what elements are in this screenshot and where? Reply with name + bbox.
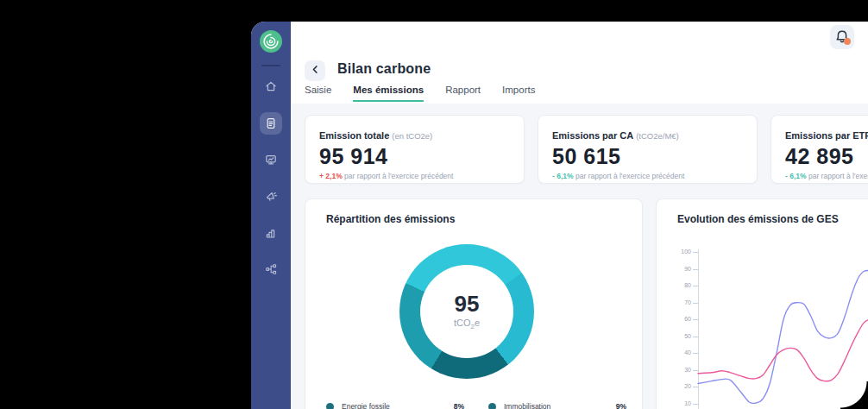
y-tick-label: 40 — [657, 349, 691, 357]
monitor-icon — [264, 153, 278, 167]
page-header: Bilan carbone SaisieMes émissionsRapport… — [291, 53, 868, 104]
tab-saisie[interactable]: Saisie — [305, 85, 331, 102]
donut-chart: 95 tCO2e — [399, 244, 534, 379]
card-title: Emissions par CA — [552, 130, 633, 141]
card-value: 50 615 — [552, 144, 743, 169]
legend-value: 9% — [616, 402, 626, 409]
donut-center-unit: tCO2e — [454, 318, 480, 330]
line-chart-title: Evolution des émissions de GES — [677, 213, 839, 225]
tab-bar: SaisieMes émissionsRapportImports — [305, 85, 535, 102]
card-delta: + 2,1% — [319, 172, 343, 180]
legend-label: Immobilisation — [504, 402, 616, 409]
back-button[interactable] — [305, 60, 325, 81]
card-delta: - 6,1% — [785, 172, 807, 180]
notification-dot — [844, 38, 851, 45]
sidebar — [251, 22, 291, 409]
card-note-text: par rapport à l'exercice précédent — [344, 172, 453, 180]
y-tick-label: 20 — [657, 382, 691, 391]
donut-center: 95 tCO2e — [420, 265, 513, 358]
legend-value: 8% — [454, 402, 464, 409]
line-chart-card: Evolution des émissions de GES 100908070… — [656, 198, 868, 409]
home-icon — [264, 79, 278, 93]
y-tick-label: 60 — [657, 315, 691, 324]
card-value: 42 895 — [785, 144, 868, 169]
chevron-left-icon — [309, 63, 322, 79]
sidebar-item-documents[interactable] — [260, 112, 282, 135]
card-delta: - 6,1% — [552, 172, 574, 180]
bell-icon — [830, 25, 854, 49]
donut-center-value: 95 — [455, 293, 480, 315]
card-note-text: par rapport à l'exercice précédent — [808, 172, 868, 180]
donut-chart-card: Répartition des émissions 95 tCO2e Energ… — [305, 198, 643, 409]
y-axis-line — [698, 249, 699, 409]
sidebar-item-analytics[interactable] — [260, 222, 282, 244]
logo-swirl-icon — [259, 29, 283, 53]
hierarchy-icon — [264, 262, 278, 276]
card-title: Emission totale — [319, 130, 389, 141]
sidebar-item-announcements[interactable] — [260, 185, 282, 207]
page-title: Bilan carbone — [337, 61, 431, 77]
donut-legend: Energie fossile8%Immobilisation9%Électri… — [326, 396, 626, 409]
card-note-text: par rapport à l'exercice précédent — [576, 172, 684, 180]
legend-item: Immobilisation9% — [488, 396, 626, 409]
card-value: 95 914 — [319, 144, 510, 169]
sidebar-divider — [261, 65, 280, 66]
y-tick-label: 90 — [657, 265, 691, 274]
sidebar-item-dashboard[interactable] — [260, 148, 282, 171]
notifications-button[interactable] — [830, 25, 854, 49]
y-tick-label: 80 — [657, 281, 691, 290]
card-unit: (tCO2e/M€) — [636, 131, 679, 141]
y-tick-label: 70 — [657, 299, 691, 307]
sidebar-item-home[interactable] — [260, 75, 282, 98]
y-tick-label: 10 — [657, 400, 691, 408]
tab-mes-émissions[interactable]: Mes émissions — [353, 85, 424, 102]
tab-rapport[interactable]: Rapport — [445, 85, 481, 102]
frame-rounded-corner — [840, 381, 868, 409]
donut-chart-title: Répartition des émissions — [326, 213, 455, 225]
legend-item: Energie fossile8% — [326, 396, 464, 409]
card-note: - 6,1% par rapport à l'exercice précéden… — [785, 172, 868, 180]
tab-imports[interactable]: Imports — [502, 85, 535, 102]
legend-dot — [488, 403, 496, 409]
sidebar-item-organisation[interactable] — [260, 258, 282, 280]
y-tick-label: 50 — [657, 332, 691, 341]
summary-card: Emissions par ETP(tCO2e/ETP)42 895- 6,1%… — [771, 115, 868, 184]
legend-label: Energie fossile — [342, 402, 454, 409]
line-series-serie-2 — [698, 319, 868, 381]
app-window: Bilan carbone SaisieMes émissionsRapport… — [251, 22, 868, 409]
main-content: Emission totale(en tCO2e)95 914+ 2,1% pa… — [291, 104, 868, 409]
document-icon — [264, 116, 278, 130]
y-tick-label: 100 — [657, 248, 691, 256]
summary-card: Emission totale(en tCO2e)95 914+ 2,1% pa… — [305, 115, 525, 184]
topbar — [291, 22, 868, 54]
y-tick-label: 30 — [657, 366, 691, 374]
card-title: Emissions par ETP — [785, 130, 868, 141]
legend-dot — [326, 403, 334, 409]
card-unit: (en tCO2e) — [392, 131, 432, 141]
screenshot-frame: Bilan carbone SaisieMes émissionsRapport… — [0, 0, 868, 409]
summary-card: Emissions par CA(tCO2e/M€)50 615- 6,1% p… — [538, 115, 758, 184]
summary-cards-row: Emission totale(en tCO2e)95 914+ 2,1% pa… — [305, 115, 868, 184]
card-note: - 6,1% par rapport à l'exercice précéden… — [552, 172, 743, 180]
card-note: + 2,1% par rapport à l'exercice précéden… — [319, 172, 510, 180]
bar-chart-icon — [264, 226, 278, 240]
megaphone-icon — [264, 189, 278, 203]
